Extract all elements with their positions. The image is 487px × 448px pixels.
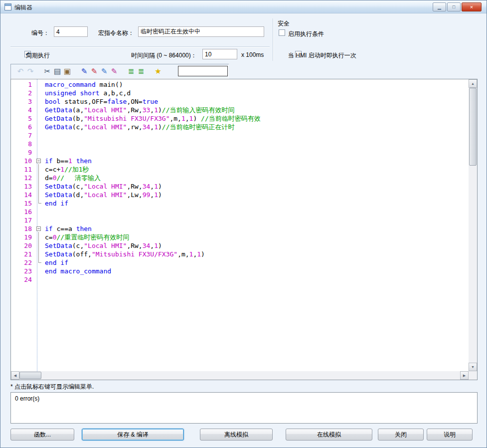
line-number: 6 — [11, 123, 34, 131]
code-line[interactable]: 20SetData(c,"Local HMI",Rw,34,1) — [11, 241, 469, 250]
titlebar: 编辑器 ▁ □ × — [0, 0, 487, 13]
code-line[interactable]: 13SetData(c,"Local HMI",Rw,34,1) — [11, 182, 469, 191]
fold-collapse-icon[interactable]: − — [35, 224, 45, 233]
code-line[interactable]: 5GetData(b,"Mitsubishi FX3U/FX3G",m,1,1)… — [11, 114, 469, 123]
code-line[interactable]: 23end macro_command — [11, 267, 469, 275]
run-on-startup-label: 当 HMI 启动时即执行一次 — [288, 51, 356, 60]
code-line[interactable]: 8 — [11, 140, 469, 148]
cut-icon[interactable]: ✂ — [42, 67, 52, 76]
macro-number-input[interactable] — [54, 26, 88, 37]
vertical-scroll-thumb[interactable] — [469, 88, 477, 166]
code-line[interactable]: 19c=0//重置临时密码有效时间 — [11, 233, 469, 241]
fold-gutter — [35, 250, 45, 258]
code-line[interactable]: 18−if c==a then — [11, 224, 469, 233]
code-text: c=c+1//加1秒 — [45, 165, 89, 174]
toolbar-search-input[interactable] — [178, 66, 228, 76]
line-number: 11 — [11, 165, 34, 174]
pen-magenta-icon[interactable]: ✎ — [109, 67, 119, 76]
security-divider — [273, 18, 274, 61]
online-simulation-button[interactable]: 在线模拟 — [286, 429, 372, 441]
interval-label: 时间间隔 (0 ~ 864000)： — [131, 51, 197, 60]
line-number: 18 — [11, 224, 34, 233]
fold-gutter — [35, 199, 45, 208]
code-text: if b==1 then — [45, 157, 92, 165]
minimize-button[interactable]: ▁ — [433, 2, 446, 11]
code-line[interactable]: 3bool status,OFF=false,ON=true — [11, 97, 469, 106]
code-line[interactable]: 11c=c+1//加1秒 — [11, 165, 469, 174]
code-line[interactable]: 7 — [11, 131, 469, 140]
number-label: 编号： — [31, 29, 49, 37]
macro-editor-window: 编辑器 ▁ □ × 编号： 宏指令名称： 安全 启用执行条件 周期执行 时间间隔… — [0, 0, 487, 448]
code-line[interactable]: 2unsigned short a,b,c,d — [11, 89, 469, 97]
uncomment-lines-icon[interactable]: ≣ — [136, 67, 146, 76]
paste-icon[interactable]: ▣ — [62, 67, 72, 76]
close-icon[interactable]: × — [462, 2, 482, 11]
save-compile-button[interactable]: 保存 & 编译 — [82, 429, 184, 441]
line-number: 17 — [11, 216, 34, 224]
copy-icon[interactable]: ▤ — [52, 67, 62, 76]
code-line[interactable]: 10−if b==1 then — [11, 157, 469, 165]
scroll-up-icon[interactable]: ▲ — [469, 79, 477, 88]
editor-toolbar: ↶↷✂▤▣✎✎✎✎≣≣★ — [10, 64, 229, 79]
code-area[interactable]: 1macro_command main()2unsigned short a,b… — [11, 79, 469, 371]
code-editor[interactable]: 1macro_command main()2unsigned short a,b… — [10, 79, 478, 380]
macro-name-label: 宏指令名称： — [98, 29, 134, 37]
code-text: end if — [45, 199, 68, 208]
maximize-button[interactable]: □ — [447, 2, 461, 11]
interval-input[interactable] — [202, 49, 237, 59]
code-text: SetData(c,"Local HMI",Rw,34,1) — [45, 182, 162, 191]
line-number: 5 — [11, 114, 34, 123]
fold-gutter — [35, 114, 45, 123]
line-number: 23 — [11, 267, 34, 275]
line-number: 10 — [11, 157, 34, 165]
line-number: 24 — [11, 275, 34, 284]
help-button[interactable]: 说明 — [427, 429, 473, 441]
fold-gutter — [35, 241, 45, 250]
scroll-left-icon[interactable]: ◀ — [11, 371, 19, 380]
fold-collapse-icon[interactable]: − — [35, 157, 45, 165]
code-text: SetData(off,"Mitsubishi FX3U/FX3G",m,1,1… — [45, 250, 205, 258]
code-text: GetData(b,"Mitsubishi FX3U/FX3G",m,1,1) … — [45, 114, 261, 123]
code-line[interactable]: 17 — [11, 216, 469, 224]
code-line[interactable]: 6GetData(c,"Local HMI",rw,34,1)//当前临时密码正… — [11, 123, 469, 131]
horizontal-scroll-thumb[interactable] — [19, 372, 41, 379]
security-group-title: 安全 — [278, 19, 290, 28]
code-line[interactable]: 1macro_command main() — [11, 80, 469, 89]
code-line[interactable]: 9 — [11, 148, 469, 157]
code-line[interactable]: 15end if — [11, 199, 469, 208]
comment-lines-icon[interactable]: ≣ — [126, 67, 136, 76]
vertical-scrollbar[interactable]: ▲ ▼ — [469, 79, 477, 371]
line-number: 4 — [11, 106, 34, 114]
magic-wand-icon[interactable]: ★ — [153, 67, 163, 76]
scrollbar-corner — [469, 371, 477, 380]
line-number: 16 — [11, 208, 34, 216]
fold-gutter — [35, 131, 45, 140]
code-text: c=0//重置临时密码有效时间 — [45, 233, 129, 241]
code-line[interactable]: 22end if — [11, 258, 469, 267]
close-dialog-button[interactable]: 关闭 — [378, 429, 424, 441]
line-number: 15 — [11, 199, 34, 208]
fold-gutter — [35, 275, 45, 284]
fold-gutter — [35, 191, 45, 199]
scroll-right-icon[interactable]: ▶ — [460, 371, 469, 380]
pen-red-icon[interactable]: ✎ — [89, 67, 99, 76]
code-line[interactable]: 24 — [11, 275, 469, 284]
pen-lightblue-icon[interactable]: ✎ — [99, 67, 109, 76]
horizontal-scrollbar[interactable]: ◀ ▶ — [11, 371, 469, 380]
code-line[interactable]: 16 — [11, 208, 469, 216]
code-line[interactable]: 4GetData(a,"Local HMI",Rw,33,1)//当前输入密码有… — [11, 106, 469, 114]
offline-simulation-button[interactable]: 离线模拟 — [200, 429, 273, 441]
pen-blue-icon[interactable]: ✎ — [79, 67, 89, 76]
macro-name-input[interactable] — [138, 26, 264, 37]
scroll-down-icon[interactable]: ▼ — [469, 363, 477, 371]
toolbar-icons: ↶↷✂▤▣✎✎✎✎≣≣★ — [15, 64, 163, 79]
enable-exec-condition-checkbox[interactable] — [279, 29, 285, 36]
code-line[interactable]: 21SetData(off,"Mitsubishi FX3U/FX3G",m,1… — [11, 250, 469, 258]
code-line[interactable]: 14SetData(d,"Local HMI",Lw,99,1) — [11, 191, 469, 199]
line-number: 19 — [11, 233, 34, 241]
line-number: 8 — [11, 140, 34, 148]
functions-button[interactable]: 函数... — [10, 429, 74, 441]
line-number: 1 — [11, 80, 34, 89]
undo-icon: ↶ — [15, 67, 25, 76]
code-line[interactable]: 12d=0// 清零输入 — [11, 174, 469, 182]
